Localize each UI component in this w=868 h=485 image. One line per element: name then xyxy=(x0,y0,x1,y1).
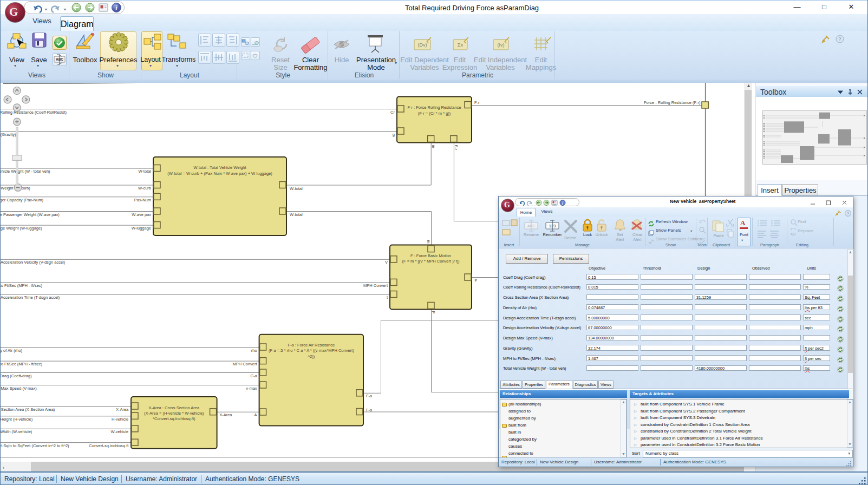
svg-text:Force - Rolling Resistance (F-: Force - Rolling Resistance (F-r) xyxy=(644,100,701,105)
svg-text:^2)): ^2)) xyxy=(308,354,315,359)
svg-text:Convert SqIn to SqFeet (Conver: Convert SqIn to SqFeet (Convert in^2 to … xyxy=(0,443,69,448)
svg-text:MPH Convert: MPH Convert xyxy=(363,283,388,288)
svg-text:(F = m * [(V * MPH Convert )/: (F = m * [(V * MPH Convert )/ t]) xyxy=(402,259,460,264)
svg-text:?: ? xyxy=(847,212,849,217)
svg-text:V: V xyxy=(385,260,388,265)
svg-text:Density of Air (rho): Density of Air (rho) xyxy=(0,348,23,353)
svg-text:W-total: W-total xyxy=(290,212,303,217)
svg-text:W-total: W-total xyxy=(290,186,303,191)
svg-text:Cross Section Area (X-Section: Cross Section Area (X-Section Area) xyxy=(0,407,55,412)
svg-text:W-total : Total Vehicle Weight: W-total : Total Vehicle Weight xyxy=(193,165,246,170)
svg-text:Cr: Cr xyxy=(390,110,395,115)
svg-text:F : Force Basic Motion: F : Force Basic Motion xyxy=(410,253,451,258)
svg-text:ABC: ABC xyxy=(699,238,706,241)
svg-text:(Dv): (Dv) xyxy=(418,42,427,48)
svg-text:Average Passenger Weight (W-av: Average Passenger Weight (W-ave pax) xyxy=(0,212,60,217)
svg-text:g: g xyxy=(393,132,395,137)
svg-text:H-vehicle: H-vehicle xyxy=(112,417,128,422)
svg-text:Luggage Weight (W-luggage): Luggage Weight (W-luggage) xyxy=(0,226,42,231)
svg-text:(F-r = (Cr * m * g)): (F-r = (Cr * m * g)) xyxy=(418,111,451,116)
svg-text:F: F xyxy=(475,278,478,283)
svg-text:C-a: C-a xyxy=(251,373,258,378)
svg-text:W-ave pax: W-ave pax xyxy=(132,212,151,217)
svg-text:W-curb: W-curb xyxy=(138,186,151,191)
svg-text:v-max: v-max xyxy=(246,386,257,391)
svg-text:(W-total = W-curb + (Pax-Num *: (W-total = W-curb + (Pax-Num * W-ave pax… xyxy=(167,171,272,176)
svg-text:Σx: Σx xyxy=(458,42,464,48)
svg-text:?: ? xyxy=(839,36,841,42)
svg-text:Coeff Rolling Resistance (Coef: Coeff Rolling Resistance (Coeff-RollResi… xyxy=(0,110,67,115)
svg-text:F-r: F-r xyxy=(474,100,480,105)
svg-text:X-Area: X-Area xyxy=(116,407,129,412)
svg-text:A: A xyxy=(254,412,257,417)
svg-text:(X-Area = (H-vehicle * W-vehic: (X-Area = (H-vehicle * W-vehicle) xyxy=(144,411,204,416)
svg-text:Pax-Num: Pax-Num xyxy=(134,198,151,202)
svg-text:MPH Convert: MPH Convert xyxy=(233,362,258,366)
svg-text:(Iv): (Iv) xyxy=(498,42,505,48)
svg-text:m: m xyxy=(426,240,431,243)
svg-text:W-luggage: W-luggage xyxy=(132,226,151,231)
svg-text:Design Acceleration Time (T-ds: Design Acceleration Time (T-dsgn accel) xyxy=(0,295,60,300)
svg-text:Convert-sq.inchtosq.ft: Convert-sq.inchtosq.ft xyxy=(89,443,129,448)
svg-text:MPH to Ft/Sec (MPH - ft/sec): MPH to Ft/Sec (MPH - ft/sec) xyxy=(0,283,43,288)
svg-text:rho: rho xyxy=(251,348,257,353)
svg-text:MPH to Ft/Sec (MPH - ft/sec): MPH to Ft/Sec (MPH - ft/sec) xyxy=(0,362,43,366)
svg-text:Coeff Drag (Coeff-drag): Coeff Drag (Coeff-drag) xyxy=(0,373,32,378)
svg-text:Total Vehicle Weight (W - tota: Total Vehicle Weight (W - total veh) xyxy=(0,169,50,174)
svg-text:Design Max Speed (V-max): Design Max Speed (V-max) xyxy=(0,386,37,391)
svg-text:X-Area : Cross Section Area: X-Area : Cross Section Area xyxy=(148,405,200,410)
svg-text:F-a: F-a xyxy=(366,394,373,398)
svg-text:*Convert-sq.inchtosq.ft): *Convert-sq.inchtosq.ft) xyxy=(153,416,195,421)
svg-text:W-vehicle: W-vehicle xyxy=(111,429,129,434)
svg-text:F: F xyxy=(431,311,436,314)
svg-text:m: m xyxy=(431,145,436,148)
svg-text:X-Area: X-Area xyxy=(219,412,232,417)
svg-text:F-a: F-a xyxy=(366,408,373,412)
svg-text:(F-a =.5 * rho * C-a * A * ((v: (F-a =.5 * rho * C-a * A * ((v-max*MPH C… xyxy=(269,348,354,353)
svg-text:W-total: W-total xyxy=(138,169,151,174)
svg-text:ab: ab xyxy=(791,232,794,235)
svg-text:F-r: F-r xyxy=(454,145,459,150)
svg-text:F-r : Force Rolling Resistance: F-r : Force Rolling Resistance xyxy=(407,105,461,110)
svg-text:F-a : Force Air Resistance: F-a : Force Air Resistance xyxy=(288,343,335,348)
svg-text:Vehicle Height (H-vehicle): Vehicle Height (H-vehicle) xyxy=(0,417,33,422)
svg-text:Passenger Capacity (Pax-Num): Passenger Capacity (Pax-Num) xyxy=(0,198,43,202)
svg-text:Design Acceleration Velocity (: Design Acceleration Velocity (V-dsgn acc… xyxy=(0,260,66,265)
svg-text:Vehicle Width (W-vehicle): Vehicle Width (W-vehicle) xyxy=(0,429,32,434)
svg-text:t: t xyxy=(387,295,388,300)
svg-text:Gravity (Gravity): Gravity (Gravity) xyxy=(0,132,16,137)
